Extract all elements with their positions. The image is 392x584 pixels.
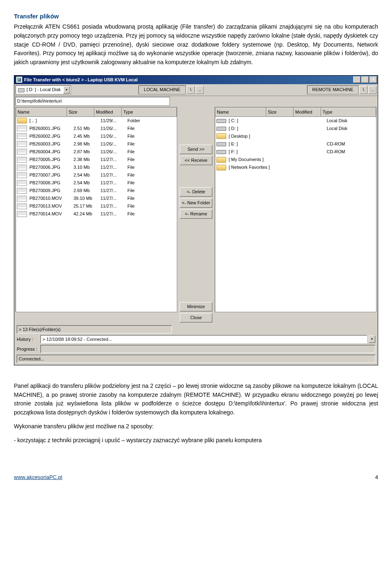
send-button[interactable]: Send >> bbox=[180, 145, 212, 154]
folder-icon bbox=[216, 157, 226, 163]
col-size[interactable]: Size bbox=[67, 107, 94, 116]
list-item[interactable]: [ .. ]11/29/...Folder bbox=[16, 117, 177, 125]
drive-icon bbox=[216, 127, 226, 131]
minimize-icon[interactable]: _ bbox=[353, 76, 361, 83]
list-item[interactable]: [ E: ]CD-ROM bbox=[215, 140, 376, 148]
history-value: > 12/10/08 18:09:52 - Connected... bbox=[40, 335, 367, 343]
local-machine-label: LOCAL MACHINE bbox=[138, 85, 186, 94]
col-modified[interactable]: Modified bbox=[294, 107, 321, 116]
file-icon bbox=[17, 211, 27, 217]
list-item[interactable]: [ Desktop ] bbox=[215, 132, 376, 140]
file-transfer-window: File Transfer with < biuro2 > - Laptop U… bbox=[14, 75, 378, 365]
col-modified[interactable]: Modified bbox=[94, 107, 122, 116]
page-number: 4 bbox=[375, 473, 378, 481]
close-icon[interactable]: × bbox=[370, 76, 377, 83]
up-button[interactable]: .. bbox=[196, 86, 204, 94]
close-button[interactable]: Close bbox=[180, 313, 212, 322]
paragraph-3: Wykonanie transferu plików jest możliwe … bbox=[14, 422, 378, 431]
file-count-status: > 13 File(s)/Folder(s) bbox=[17, 325, 172, 333]
local-drive-combo[interactable]: [ D: ] - Local Disk ▾ bbox=[16, 85, 71, 94]
remote-back-button[interactable]: \ bbox=[359, 86, 368, 94]
file-icon bbox=[17, 141, 27, 147]
list-item[interactable]: PB270014.MOV42.24 Mb11/27/...File bbox=[16, 210, 177, 218]
local-drive-value: [ D: ] - Local Disk bbox=[27, 86, 61, 93]
col-size[interactable]: Size bbox=[266, 107, 294, 116]
chevron-down-icon[interactable]: ▾ bbox=[63, 86, 70, 94]
app-icon bbox=[16, 76, 22, 83]
remote-machine-label: REMOTE MACHINE bbox=[307, 85, 359, 94]
title-bar[interactable]: File Transfer with < biuro2 > - Laptop U… bbox=[14, 76, 378, 84]
folder-icon bbox=[216, 133, 226, 139]
list-item[interactable]: PB260003.JPG2.98 Mb11/26/...File bbox=[16, 140, 177, 148]
paragraph-2: Panel aplikacji do transferu plików podz… bbox=[14, 382, 378, 417]
page-title: Transfer plików bbox=[14, 11, 378, 21]
list-item[interactable]: PB270013.MOV25.17 Mb11/27/...File bbox=[16, 202, 177, 210]
file-icon bbox=[17, 188, 27, 194]
list-item[interactable]: [ My Documents ] bbox=[215, 156, 376, 163]
col-type[interactable]: Type bbox=[122, 107, 177, 116]
receive-button[interactable]: << Receive bbox=[180, 156, 212, 165]
file-icon bbox=[17, 204, 27, 209]
folder-icon bbox=[216, 165, 226, 170]
list-item[interactable]: [ D: ]Local Disk bbox=[215, 125, 376, 132]
progress-label: Progress : bbox=[17, 346, 39, 353]
footer-link[interactable]: www.akcesoriaPC.pl bbox=[14, 473, 62, 481]
remote-up-button[interactable]: .. bbox=[368, 86, 376, 94]
col-name[interactable]: Name bbox=[16, 107, 67, 116]
remote-header: Name Size Modified Type bbox=[215, 107, 376, 117]
paragraph-1: Przełącznik ATEN CS661 posiada wbudowaną… bbox=[14, 22, 378, 67]
maximize-icon[interactable]: □ bbox=[361, 76, 369, 83]
toolbar: [ D: ] - Local Disk ▾ LOCAL MACHINE \ ..… bbox=[14, 84, 378, 96]
file-icon bbox=[17, 149, 27, 154]
col-type[interactable]: Type bbox=[321, 107, 376, 116]
list-item[interactable]: PB260004.JPG2.87 Mb11/26/...File bbox=[16, 148, 177, 156]
local-header: Name Size Modified Type bbox=[16, 107, 177, 117]
list-item[interactable]: [ F: ]CD-ROM bbox=[215, 148, 376, 156]
minimize-button[interactable]: Minimize bbox=[180, 302, 212, 311]
file-icon bbox=[17, 172, 27, 178]
file-icon bbox=[17, 196, 27, 201]
new-folder-button[interactable]: <- New Folder bbox=[180, 198, 212, 208]
drive-icon bbox=[216, 142, 226, 146]
drive-icon bbox=[216, 119, 226, 123]
list-item[interactable]: PB270010.MOV39.10 Mb11/27/...File bbox=[16, 195, 177, 202]
history-label: History : bbox=[17, 336, 39, 343]
list-item[interactable]: PB260002.JPG2.45 Mb11/26/...File bbox=[16, 132, 177, 140]
drive-icon bbox=[18, 88, 24, 92]
list-item[interactable]: PB270005.JPG2.38 Mb11/27/...File bbox=[16, 156, 177, 163]
paragraph-4: - korzystając z techniki przeciągnij i u… bbox=[14, 436, 378, 445]
col-name[interactable]: Name bbox=[215, 107, 266, 116]
local-pane[interactable]: Name Size Modified Type [ .. ]11/29/...F… bbox=[16, 107, 177, 312]
remote-pane[interactable]: Name Size Modified Type [ C: ]Local Disk… bbox=[215, 107, 376, 312]
list-item[interactable]: PB260001.JPG2.51 Mb11/26/...File bbox=[16, 125, 177, 132]
chevron-down-icon[interactable]: ▾ bbox=[369, 336, 375, 343]
file-icon bbox=[17, 157, 27, 163]
progress-bar bbox=[40, 345, 375, 353]
list-item[interactable]: PB270009.JPG2.69 Mb11/27/...File bbox=[16, 187, 177, 195]
delete-button[interactable]: <- Delete bbox=[180, 187, 212, 197]
file-icon bbox=[17, 125, 27, 131]
local-path-input[interactable]: D:\temp\fotki\hintertux\ bbox=[16, 97, 170, 106]
file-icon bbox=[17, 133, 27, 139]
list-item[interactable]: [ Network Favorites ] bbox=[215, 163, 376, 171]
back-button[interactable]: \ bbox=[187, 86, 195, 94]
list-item[interactable]: PB270008.JPG2.54 Mb11/27/...File bbox=[16, 179, 177, 187]
action-column: Send >> << Receive <- Delete <- New Fold… bbox=[178, 107, 214, 323]
list-item[interactable]: PB270007.JPG2.54 Mb11/27/...File bbox=[16, 171, 177, 179]
list-item[interactable]: PB270006.JPG3.10 Mb11/27/...File bbox=[16, 163, 177, 171]
file-icon bbox=[17, 165, 27, 170]
list-item[interactable]: [ C: ]Local Disk bbox=[215, 117, 376, 125]
drive-icon bbox=[216, 150, 226, 154]
connection-status: Connected... bbox=[17, 355, 375, 363]
rename-button[interactable]: <- Rename bbox=[180, 209, 212, 219]
window-title: File Transfer with < biuro2 > - Laptop U… bbox=[24, 76, 353, 83]
file-icon bbox=[17, 180, 27, 186]
folder-icon bbox=[17, 118, 27, 123]
